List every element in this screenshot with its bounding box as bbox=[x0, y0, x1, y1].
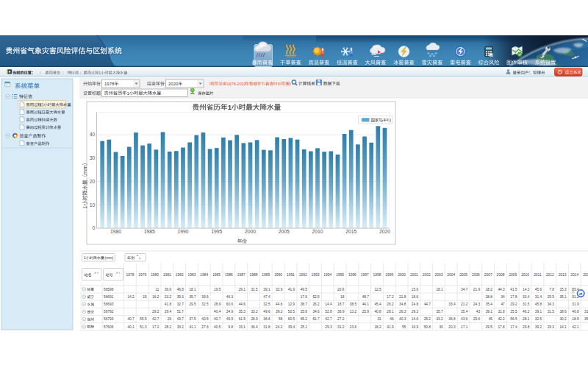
svg-text:26: 26 bbox=[168, 317, 172, 321]
svg-text:18.6: 18.6 bbox=[412, 295, 419, 299]
svg-text:17.6: 17.6 bbox=[301, 295, 308, 299]
svg-text:46.8: 46.8 bbox=[177, 288, 184, 291]
svg-text:32.5: 32.5 bbox=[201, 302, 209, 306]
svg-text:2014: 2014 bbox=[570, 273, 578, 277]
svg-text:14.3: 14.3 bbox=[523, 288, 530, 291]
svg-text:56792: 56792 bbox=[104, 310, 114, 314]
svg-text:65.2: 65.2 bbox=[301, 317, 308, 321]
svg-text:18.1: 18.1 bbox=[436, 288, 443, 291]
svg-text:17.8: 17.8 bbox=[510, 295, 517, 299]
svg-text:46.2: 46.2 bbox=[523, 310, 530, 314]
svg-text:41.1: 41.1 bbox=[189, 325, 196, 329]
svg-text:30: 30 bbox=[439, 325, 443, 329]
svg-text:29.2: 29.2 bbox=[510, 302, 517, 306]
svg-text:1982: 1982 bbox=[176, 273, 184, 277]
svg-text:1993: 1993 bbox=[312, 273, 320, 277]
svg-text:16.9: 16.9 bbox=[412, 325, 419, 329]
svg-text:44.6: 44.6 bbox=[239, 302, 246, 306]
svg-text:29.6: 29.6 bbox=[473, 317, 481, 321]
svg-text:35.8: 35.8 bbox=[584, 317, 588, 321]
svg-text:1994: 1994 bbox=[323, 273, 331, 277]
svg-text:46.8: 46.8 bbox=[572, 310, 579, 314]
svg-text:1995: 1995 bbox=[211, 229, 222, 234]
svg-text:1985: 1985 bbox=[144, 229, 155, 234]
svg-text:43.7: 43.7 bbox=[177, 317, 184, 321]
svg-text:35.1: 35.1 bbox=[559, 295, 567, 299]
svg-text:(mm): (mm) bbox=[105, 255, 114, 260]
svg-text:31.5: 31.5 bbox=[523, 302, 530, 306]
svg-text:18.2: 18.2 bbox=[374, 325, 381, 329]
svg-text:2013: 2013 bbox=[559, 273, 567, 277]
svg-text:9.8: 9.8 bbox=[229, 325, 234, 329]
svg-text:1990: 1990 bbox=[274, 273, 282, 277]
svg-text:27.6: 27.6 bbox=[201, 325, 209, 329]
svg-text:1995: 1995 bbox=[336, 273, 344, 277]
svg-text:51.7: 51.7 bbox=[312, 317, 320, 321]
svg-text:39.1: 39.1 bbox=[263, 288, 270, 291]
svg-text:50.8: 50.8 bbox=[424, 325, 431, 329]
svg-text:31.2: 31.2 bbox=[337, 325, 345, 329]
svg-text:1984: 1984 bbox=[200, 273, 208, 277]
svg-text:35.5: 35.5 bbox=[510, 310, 517, 314]
svg-text:1980: 1980 bbox=[151, 273, 159, 277]
svg-text:33.2: 33.2 bbox=[251, 310, 258, 314]
svg-text:2012: 2012 bbox=[546, 273, 554, 277]
svg-text:16.2: 16.2 bbox=[152, 295, 159, 299]
svg-text:2000: 2000 bbox=[398, 273, 406, 277]
svg-text:57606: 57606 bbox=[104, 325, 114, 329]
svg-text:39.6: 39.6 bbox=[201, 295, 209, 299]
svg-text:40.1: 40.1 bbox=[127, 325, 135, 329]
svg-text:24.3: 24.3 bbox=[473, 302, 481, 306]
svg-text:49.6: 49.6 bbox=[263, 310, 270, 314]
svg-text:32.7: 32.7 bbox=[177, 302, 184, 306]
svg-text:43: 43 bbox=[476, 310, 481, 314]
svg-text:2020: 2020 bbox=[379, 229, 390, 234]
svg-text:25.1: 25.1 bbox=[301, 325, 308, 329]
svg-text:58: 58 bbox=[279, 317, 283, 321]
svg-text:1978-2020: 1978-2020 bbox=[227, 82, 246, 86]
svg-text:42.7: 42.7 bbox=[152, 317, 159, 321]
svg-text:44.7: 44.7 bbox=[424, 302, 431, 306]
svg-text:2000: 2000 bbox=[245, 229, 256, 234]
svg-text:2015: 2015 bbox=[583, 273, 588, 277]
svg-text:14.6: 14.6 bbox=[412, 317, 419, 321]
svg-text:35.4: 35.4 bbox=[486, 302, 493, 306]
svg-text:25.2: 25.2 bbox=[424, 317, 431, 321]
svg-text:10: 10 bbox=[90, 202, 96, 208]
svg-text:49.5: 49.5 bbox=[301, 288, 308, 291]
svg-text:43.6: 43.6 bbox=[461, 317, 468, 321]
svg-text:26.9: 26.9 bbox=[251, 317, 258, 321]
svg-text:24.8: 24.8 bbox=[412, 302, 419, 306]
svg-text:40.4: 40.4 bbox=[214, 310, 221, 314]
svg-text:56793: 56793 bbox=[104, 317, 114, 321]
svg-text:28.9: 28.9 bbox=[214, 302, 221, 306]
svg-text:23.6: 23.6 bbox=[350, 325, 357, 329]
svg-text:2007: 2007 bbox=[484, 273, 492, 277]
svg-text:61.5: 61.5 bbox=[239, 317, 246, 321]
svg-text:31.4: 31.4 bbox=[535, 295, 542, 299]
svg-text:38.5: 38.5 bbox=[350, 302, 357, 306]
svg-text:2005: 2005 bbox=[279, 229, 290, 234]
svg-text:1979: 1979 bbox=[138, 273, 146, 277]
svg-text:1998: 1998 bbox=[373, 273, 381, 277]
svg-text:36.4: 36.4 bbox=[251, 325, 258, 329]
svg-text:28.8: 28.8 bbox=[486, 295, 493, 299]
svg-text:1988: 1988 bbox=[250, 273, 258, 277]
svg-text:42.1: 42.1 bbox=[572, 325, 579, 329]
svg-text:1: 1 bbox=[127, 91, 130, 96]
svg-text:31: 31 bbox=[377, 317, 381, 321]
svg-text:7.8: 7.8 bbox=[549, 288, 554, 291]
svg-text:41.8: 41.8 bbox=[165, 302, 172, 306]
svg-text:20.6: 20.6 bbox=[337, 288, 345, 291]
svg-text:36.6: 36.6 bbox=[263, 317, 270, 321]
svg-text:25.8: 25.8 bbox=[301, 310, 308, 314]
svg-text:2009: 2009 bbox=[509, 273, 517, 277]
svg-text:21.2: 21.2 bbox=[461, 302, 468, 306]
svg-text:2005: 2005 bbox=[459, 273, 467, 277]
svg-text:34.3: 34.3 bbox=[548, 302, 555, 306]
svg-text:26.2: 26.2 bbox=[387, 302, 394, 306]
svg-text:39.4: 39.4 bbox=[288, 325, 295, 329]
svg-text:29.8: 29.8 bbox=[523, 325, 530, 329]
svg-text:18: 18 bbox=[340, 295, 345, 299]
svg-text:2004: 2004 bbox=[447, 273, 455, 277]
